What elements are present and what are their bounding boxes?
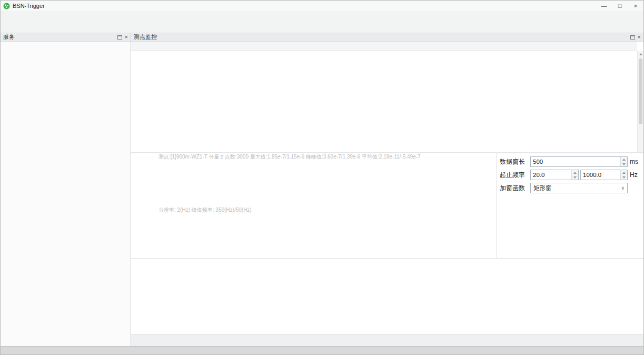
spin-down-icon[interactable]: [622, 163, 626, 165]
window-length-row: 数据窗长 ms: [500, 156, 640, 167]
window-title: BSN-Trigger: [13, 3, 45, 9]
freq-range-row: 起止频率 Hz: [500, 169, 640, 181]
float-panel-icon[interactable]: [630, 35, 635, 40]
close-panel-icon[interactable]: ×: [125, 34, 128, 40]
charts-area: 测点:[1]900m-WZ1-T 分量:z 点数:3000 最大值:1.85e-…: [131, 153, 497, 258]
float-panel-icon[interactable]: [117, 35, 122, 40]
monitor-panel-header: 测点监控 ×: [131, 33, 643, 42]
window-fn-combobox[interactable]: 矩形窗 ∨: [530, 183, 628, 193]
spectrum-x-axis: [155, 253, 497, 258]
waveform-info: 测点:[1]900m-WZ1-T 分量:z 点数:3000 最大值:1.85e-…: [131, 153, 496, 160]
table-header-row: [131, 42, 637, 51]
window-length-unit: ms: [630, 158, 640, 165]
window-length-spinbox[interactable]: [530, 156, 628, 167]
bsn-trigger-window: BSN-Trigger — □ × 服务 × 测点监控: [0, 0, 644, 355]
menubar: [1, 11, 643, 21]
monitor-panel: 测点监控 × 测点:[1]900m-WZ1-T 分量:z 点数:3000 最大值…: [131, 33, 643, 346]
chevron-down-icon: ∨: [621, 185, 625, 191]
maximize-button[interactable]: □: [612, 1, 628, 11]
services-panel-title: 服务: [3, 33, 15, 41]
close-panel-icon[interactable]: ×: [638, 34, 641, 40]
window-controls: — □ ×: [596, 1, 643, 11]
spin-down-icon[interactable]: [573, 176, 577, 179]
scroll-up-icon[interactable]: [638, 51, 643, 57]
spinner-arrows[interactable]: [620, 157, 627, 166]
main-area: 服务 × 测点监控 ×: [1, 33, 643, 346]
window-fn-row: 加窗函数 矩形窗 ∨: [500, 182, 640, 194]
close-button[interactable]: ×: [628, 1, 643, 11]
spinner-arrows[interactable]: [620, 170, 627, 180]
titlebar: BSN-Trigger — □ ×: [1, 1, 643, 11]
window-length-label: 数据窗长: [500, 157, 530, 166]
spin-down-icon[interactable]: [622, 176, 626, 179]
window-fn-value: 矩形窗: [533, 184, 552, 192]
waveform-plot[interactable]: [155, 160, 497, 200]
services-panel-header: 服务 ×: [1, 33, 131, 42]
monitor-panel-title: 测点监控: [134, 33, 157, 41]
measure-point-table: [131, 42, 643, 153]
analysis-controls: 数据窗长 ms 起止频率: [497, 153, 643, 258]
service-tree: [1, 42, 131, 346]
spectrum-info: 分辨率: 2(Hz) 峰值频率: 350(Hz)/50(Hz): [131, 206, 496, 213]
freq-end-spinbox[interactable]: [580, 170, 628, 180]
bottom-tabs: [131, 334, 643, 346]
toolbar: [1, 21, 643, 33]
table-scrollbar[interactable]: [637, 51, 643, 152]
spin-up-icon[interactable]: [622, 159, 626, 161]
spin-up-icon[interactable]: [573, 172, 577, 174]
spinner-arrows[interactable]: [571, 170, 578, 180]
freq-range-label: 起止频率: [500, 171, 530, 180]
channel-grid: [131, 259, 643, 334]
app-logo-icon: [3, 3, 10, 9]
analysis-area: 测点:[1]900m-WZ1-T 分量:z 点数:3000 最大值:1.85e-…: [131, 153, 643, 259]
window-length-input[interactable]: [531, 157, 627, 166]
minimize-button[interactable]: —: [596, 1, 612, 11]
spin-up-icon[interactable]: [622, 172, 626, 174]
freq-unit: Hz: [630, 171, 640, 179]
window-fn-label: 加窗函数: [500, 184, 530, 193]
freq-start-spinbox[interactable]: [530, 170, 579, 180]
waveform-x-axis: [155, 200, 497, 206]
spectrum-plot[interactable]: [155, 213, 497, 253]
scrollbar-thumb[interactable]: [639, 58, 642, 124]
services-panel: 服务 ×: [1, 33, 131, 346]
statusbar: [1, 346, 643, 354]
